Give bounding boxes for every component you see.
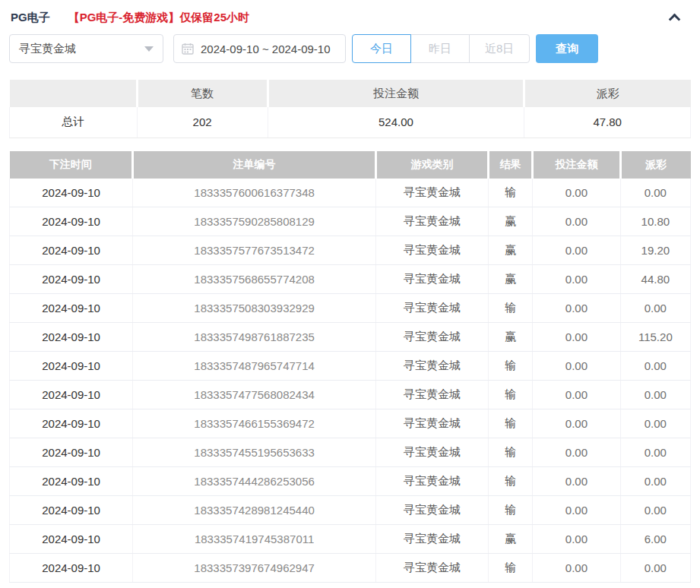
cell-payout: 115.20	[620, 323, 690, 352]
cell-result: 赢	[488, 236, 532, 265]
summary-total-row: 总计 202 524.00 47.80	[10, 107, 691, 138]
cell-result: 输	[488, 294, 532, 323]
table-row: 2024-09-10 1833357590285808129 寻宝黄金城 赢 0…	[10, 207, 691, 236]
cell-order-id: 1833357568655774208	[133, 265, 376, 294]
cell-payout: 0.00	[620, 409, 690, 438]
game-select[interactable]: 寻宝黄金城	[9, 34, 163, 63]
records-header-order-id: 注单编号	[133, 151, 376, 179]
table-row: 2024-09-10 1833357600616377348 寻宝黄金城 输 0…	[10, 179, 691, 207]
cell-order-id: 1833357590285808129	[133, 207, 376, 236]
cell-payout: 0.00	[620, 554, 690, 583]
cell-order-id: 1833357428981245440	[133, 496, 376, 525]
filter-row: 寻宝黄金城 2024-09-10 ~ 2024-09-10 今日 昨日 近8日 …	[9, 34, 691, 63]
cell-result: 输	[488, 467, 532, 496]
summary-header-bet-amount: 投注金额	[268, 80, 524, 107]
search-button[interactable]: 查询	[536, 34, 598, 63]
table-row: 2024-09-10 1833357466155369472 寻宝黄金城 输 0…	[10, 409, 691, 438]
cell-bet-amount: 0.00	[533, 265, 621, 294]
cell-bet-amount: 0.00	[533, 438, 621, 467]
cell-game-type: 寻宝黄金城	[376, 554, 489, 583]
cell-bet-amount: 0.00	[533, 294, 621, 323]
cell-order-id: 1833357577673513472	[133, 236, 376, 265]
cell-result: 输	[488, 409, 532, 438]
cell-bet-amount: 0.00	[533, 179, 621, 207]
collapse-panel-button[interactable]	[667, 10, 682, 25]
cell-game-type: 寻宝黄金城	[376, 525, 489, 554]
cell-game-type: 寻宝黄金城	[376, 381, 489, 409]
table-row: 2024-09-10 1833357487965747714 寻宝黄金城 输 0…	[10, 352, 691, 381]
cell-game-type: 寻宝黄金城	[376, 496, 489, 525]
cell-bet-amount: 0.00	[533, 525, 621, 554]
records-header-row: 下注时间 注单编号 游戏类别 结果 投注金额 派彩	[10, 151, 691, 179]
table-row: 2024-09-10 1833357498761887235 寻宝黄金城 赢 0…	[10, 323, 691, 352]
cell-game-type: 寻宝黄金城	[376, 265, 489, 294]
cell-bet-amount: 0.00	[533, 554, 621, 583]
cell-game-type: 寻宝黄金城	[376, 438, 489, 467]
table-row: 2024-09-10 1833357428981245440 寻宝黄金城 输 0…	[10, 496, 691, 525]
cell-bet-time: 2024-09-10	[10, 381, 133, 409]
cell-bet-time: 2024-09-10	[10, 496, 133, 525]
cell-bet-time: 2024-09-10	[10, 323, 133, 352]
calendar-icon	[182, 43, 194, 55]
cell-game-type: 寻宝黄金城	[376, 409, 489, 438]
caret-down-icon	[144, 46, 154, 52]
cell-order-id: 1833357477568082434	[133, 381, 376, 409]
table-row: 2024-09-10 1833357577673513472 寻宝黄金城 赢 0…	[10, 236, 691, 265]
cell-bet-amount: 0.00	[533, 409, 621, 438]
table-row: 2024-09-10 1833357568655774208 寻宝黄金城 赢 0…	[10, 265, 691, 294]
cell-game-type: 寻宝黄金城	[376, 236, 489, 265]
cell-bet-time: 2024-09-10	[10, 207, 133, 236]
quick-date-yesterday-button[interactable]: 昨日	[410, 34, 470, 63]
cell-bet-amount: 0.00	[533, 207, 621, 236]
cell-payout: 0.00	[620, 179, 690, 207]
cell-order-id: 1833357508303932929	[133, 294, 376, 323]
cell-payout: 0.00	[620, 438, 690, 467]
cell-order-id: 1833357444286253056	[133, 467, 376, 496]
records-table-body: 2024-09-10 1833357600616377348 寻宝黄金城 输 0…	[10, 179, 691, 583]
date-range-input[interactable]: 2024-09-10 ~ 2024-09-10	[173, 34, 346, 63]
summary-table: 笔数 投注金额 派彩 总计 202 524.00 47.80	[9, 80, 691, 138]
cell-bet-amount: 0.00	[533, 496, 621, 525]
cell-payout: 44.80	[620, 265, 690, 294]
cell-bet-time: 2024-09-10	[10, 179, 133, 207]
cell-bet-amount: 0.00	[533, 323, 621, 352]
cell-bet-amount: 0.00	[533, 236, 621, 265]
cell-order-id: 1833357455195653633	[133, 438, 376, 467]
cell-payout: 0.00	[620, 352, 690, 381]
cell-result: 输	[488, 381, 532, 409]
panel-title: PG电子	[11, 11, 50, 25]
cell-payout: 0.00	[620, 294, 690, 323]
cell-bet-time: 2024-09-10	[10, 294, 133, 323]
records-header-game-type: 游戏类别	[376, 151, 489, 179]
summary-header-count: 笔数	[137, 80, 268, 107]
table-row: 2024-09-10 1833357455195653633 寻宝黄金城 输 0…	[10, 438, 691, 467]
cell-bet-time: 2024-09-10	[10, 236, 133, 265]
summary-total-count: 202	[137, 107, 268, 138]
summary-total-payout: 47.80	[524, 107, 691, 138]
cell-payout: 0.00	[620, 496, 690, 525]
cell-result: 输	[488, 496, 532, 525]
cell-bet-amount: 0.00	[533, 381, 621, 409]
summary-header-payout: 派彩	[524, 80, 691, 107]
cell-result: 赢	[488, 207, 532, 236]
cell-bet-time: 2024-09-10	[10, 467, 133, 496]
summary-header-empty	[10, 80, 138, 107]
cell-payout: 6.00	[620, 525, 690, 554]
cell-result: 输	[488, 179, 532, 207]
summary-total-label: 总计	[10, 107, 138, 138]
cell-game-type: 寻宝黄金城	[376, 467, 489, 496]
date-range-value: 2024-09-10 ~ 2024-09-10	[201, 43, 331, 55]
quick-date-today-button[interactable]: 今日	[352, 34, 411, 63]
summary-header-row: 笔数 投注金额 派彩	[10, 80, 691, 107]
cell-game-type: 寻宝黄金城	[376, 323, 489, 352]
quick-date-last8days-button[interactable]: 近8日	[469, 34, 530, 63]
cell-result: 赢	[488, 265, 532, 294]
summary-total-bet-amount: 524.00	[268, 107, 524, 138]
records-header-payout: 派彩	[620, 151, 690, 179]
cell-bet-amount: 0.00	[533, 352, 621, 381]
table-row: 2024-09-10 1833357508303932929 寻宝黄金城 输 0…	[10, 294, 691, 323]
cell-bet-time: 2024-09-10	[10, 409, 133, 438]
cell-bet-time: 2024-09-10	[10, 525, 133, 554]
records-header-bet-time: 下注时间	[10, 151, 133, 179]
cell-bet-time: 2024-09-10	[10, 352, 133, 381]
